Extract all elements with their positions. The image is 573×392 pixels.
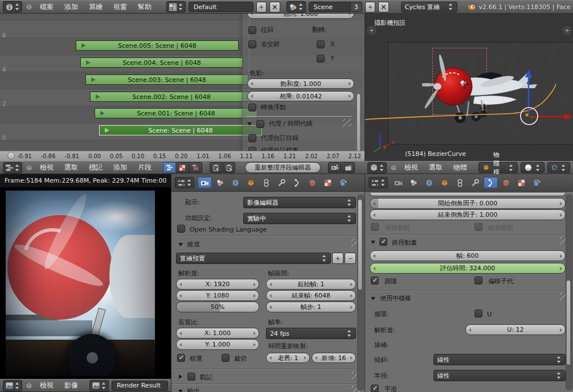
paste-strips-button[interactable] [223, 162, 235, 173]
expand-triangle-icon[interactable] [247, 122, 252, 126]
resolution-y-field[interactable]: Y: 1080 [176, 290, 259, 301]
copy-strips-button[interactable] [210, 162, 222, 173]
scene-users-count[interactable]: 3 [350, 2, 362, 11]
clapperboard-button[interactable] [342, 162, 355, 173]
scene-selector[interactable] [286, 1, 306, 13]
menu-add[interactable]: 添加 [109, 163, 131, 172]
bevel-factor-end-slider[interactable]: 結束倒角因子: 1.000 [370, 209, 566, 220]
tab-modifiers[interactable] [275, 177, 289, 188]
feature-set-dropdown[interactable]: 實驗中 [243, 213, 356, 224]
collapse-menus-icon[interactable]: ⊖ [390, 164, 398, 172]
viewport-shading-dropdown[interactable] [521, 162, 545, 173]
frame-step-field[interactable]: 幀步: 1 [266, 302, 356, 312]
display-mode-sequencer-button[interactable] [163, 162, 176, 173]
flip-y-checkbox[interactable] [317, 55, 325, 63]
backwards-checkbox[interactable] [248, 26, 256, 34]
radius-interpolation-dropdown[interactable]: 線性 [433, 370, 566, 381]
remap-new-field[interactable]: 新增: 16 [312, 353, 356, 363]
tab-physics[interactable] [336, 177, 350, 188]
saturation-slider[interactable]: 飽和度: 1.000 [247, 79, 354, 89]
editor-type-selector-sequencer[interactable] [3, 162, 22, 174]
remap-old-field[interactable]: 老舊: 1 [266, 353, 310, 363]
frame-start-field[interactable]: 起始幀: 1 [266, 279, 356, 290]
sequencer-editor[interactable]: 6 4 2 0 Scene.005: Scene | 6048 Scene.00… [0, 14, 365, 151]
tab-object-data[interactable] [290, 177, 304, 188]
tab-object[interactable] [244, 177, 258, 188]
path-animation-panel-header[interactable]: 路徑動畫 [392, 239, 417, 247]
evaluation-time-slider[interactable]: 評估時間: 324.000 [370, 263, 566, 274]
editor-type-selector-properties[interactable] [175, 177, 194, 188]
clipped-slider-above[interactable] [370, 193, 566, 196]
cyclic-u-checkbox[interactable] [474, 310, 482, 317]
tab-texture[interactable] [514, 177, 529, 188]
screen-layout-selector[interactable] [166, 1, 186, 13]
region-expand-left-icon[interactable]: + [367, 26, 376, 35]
expand-triangle-icon[interactable] [371, 241, 375, 244]
resolution-x-field[interactable]: X: 1920 [176, 279, 259, 290]
sequencer-strip[interactable]: Scene.004: Scene | 6048 [80, 57, 243, 68]
expand-triangle-icon[interactable] [178, 243, 183, 246]
proxy-panel-header[interactable]: 代理 / 時間代碼 [269, 120, 313, 128]
add-layout-button[interactable]: ＋ [256, 2, 267, 13]
stamp-checkbox[interactable] [187, 373, 195, 381]
active-spline-panel-header[interactable]: 使用中樣條 [380, 295, 411, 303]
tab-render[interactable] [391, 177, 406, 188]
tab-scene[interactable] [407, 177, 421, 188]
panel-drag-grip[interactable] [343, 119, 351, 127]
editor-type-selector-3dview[interactable] [367, 162, 387, 174]
display-mode-image-button[interactable] [176, 162, 189, 173]
expand-triangle-icon[interactable] [178, 390, 183, 392]
tab-material[interactable] [499, 177, 513, 188]
collapse-menus-icon[interactable]: ⊖ [25, 164, 33, 172]
tab-object[interactable] [437, 177, 452, 188]
timeline-ruler[interactable]: -0.91 -0.86 -0.81 0.00 0.05 0.10 0.15 0.… [0, 151, 365, 161]
menu-help[interactable]: 幫助 [134, 2, 155, 12]
tab-constraints[interactable] [259, 177, 273, 188]
region-expand-right-icon[interactable]: + [563, 26, 571, 35]
pivot-point-dropdown[interactable] [547, 162, 570, 173]
add-scene-button[interactable]: ＋ [365, 2, 376, 13]
tab-physics[interactable] [530, 177, 544, 188]
sequencer-strip[interactable]: Scene.001: Scene | 6048 [95, 108, 257, 118]
proxy-dir-checkbox[interactable] [248, 134, 256, 142]
collapse-menus-icon[interactable]: ⊖ [25, 3, 33, 11]
menu-marker[interactable]: 標記 [85, 163, 107, 172]
scene-name-field[interactable]: Scene 3 [309, 2, 362, 12]
output-panel-header[interactable]: 輸出 [187, 387, 200, 392]
tab-scene[interactable] [213, 177, 227, 188]
tab-world[interactable] [228, 177, 243, 188]
image-datablock-selector[interactable] [89, 380, 109, 391]
menu-strip[interactable]: 片段 [134, 163, 155, 172]
multiply-slider[interactable]: 相乘: 0.01042 [247, 91, 354, 101]
map-taper-checkbox[interactable] [474, 223, 482, 231]
scrollbar-thumb[interactable] [566, 280, 571, 365]
menu-file[interactable]: 檔案 [36, 2, 58, 12]
image-editor-canvas[interactable] [0, 188, 171, 379]
sequencer-strip-selected[interactable]: Scene: Scene | 6048 [99, 125, 262, 135]
menu-object[interactable]: 物體 [449, 163, 471, 172]
offset-children-checkbox[interactable] [474, 277, 482, 284]
tilt-interpolation-dropdown[interactable]: 線性 [433, 354, 566, 365]
delete-layout-button[interactable]: ✕ [269, 2, 280, 13]
refresh-sequencer-button[interactable]: 重新整理序段編輯器 [245, 162, 321, 173]
tab-constraints[interactable] [453, 177, 467, 188]
resolution-scale-slider[interactable]: 50% [176, 302, 259, 312]
editor-type-selector-properties[interactable] [369, 177, 388, 188]
stamp-panel-header[interactable]: 戳記 [200, 374, 212, 382]
render-presets-dropdown[interactable]: 算繪預置 [176, 253, 331, 264]
strobe-slider[interactable]: 頻閃: 1.000 [247, 14, 354, 19]
expand-triangle-icon[interactable] [371, 297, 375, 300]
tab-object-data[interactable] [484, 177, 498, 188]
path-frames-slider[interactable]: 幀: 600 [370, 250, 566, 261]
menu-window[interactable]: 視窗 [109, 2, 131, 12]
image-datablock-name[interactable]: Render Result [112, 381, 168, 391]
scrollbar-thumb[interactable] [358, 199, 362, 290]
collapse-menus-icon[interactable]: ⊖ [25, 382, 33, 390]
add-preset-button[interactable]: ＋ [332, 253, 343, 264]
ruler-scroller-cap[interactable] [7, 152, 15, 159]
crop-checkbox[interactable] [222, 354, 230, 362]
menu-add[interactable]: 添加 [60, 2, 82, 12]
editor-type-selector-image[interactable] [3, 380, 22, 391]
dimensions-panel-header[interactable]: 維度 [187, 241, 200, 249]
sequencer-strip[interactable]: Scene.003: Scene | 6048 [85, 75, 248, 85]
